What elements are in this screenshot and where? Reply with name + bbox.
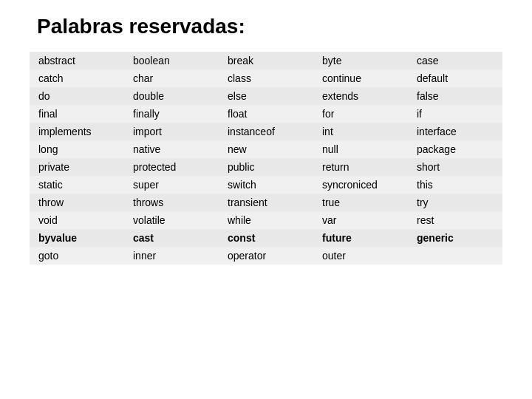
table-cell: if — [408, 105, 502, 123]
table-cell: interface — [408, 123, 502, 140]
table-cell: finally — [124, 105, 219, 123]
table-cell — [408, 247, 502, 265]
table-cell: goto — [30, 247, 124, 265]
table-cell: throw — [30, 194, 124, 211]
table-cell: final — [30, 105, 124, 123]
table-cell: for — [313, 105, 408, 123]
table-cell: abstract — [30, 52, 124, 69]
table-cell: return — [313, 158, 408, 176]
table-cell: public — [219, 158, 313, 176]
table-cell: inner — [124, 247, 219, 265]
table-cell: import — [124, 123, 219, 140]
table-cell: null — [313, 140, 408, 158]
table-cell: continue — [313, 69, 408, 87]
table-row: dodoubleelseextendsfalse — [30, 87, 502, 105]
table-cell: native — [124, 140, 219, 158]
table-row: finalfinallyfloatforif — [30, 105, 502, 123]
table-row: throwthrowstransienttruetry — [30, 194, 502, 211]
table-cell: new — [219, 140, 313, 158]
table-row: longnativenewnullpackage — [30, 140, 502, 158]
table-cell: byvalue — [30, 229, 124, 247]
page: Palabras reservadas: abstractbooleanbrea… — [0, 0, 532, 399]
table-row: abstractbooleanbreakbytecase — [30, 52, 502, 69]
table-cell: switch — [219, 176, 313, 194]
table-cell: default — [408, 69, 502, 87]
table-cell: throws — [124, 194, 219, 211]
table-cell: future — [313, 229, 408, 247]
table-row: voidvolatilewhilevarrest — [30, 211, 502, 229]
table-cell: static — [30, 176, 124, 194]
table-row: staticsuperswitchsyncronicedthis — [30, 176, 502, 194]
table-cell: implements — [30, 123, 124, 140]
table-cell: boolean — [124, 52, 219, 69]
table-row: byvaluecastconstfuturegeneric — [30, 229, 502, 247]
table-cell: else — [219, 87, 313, 105]
table-cell: byte — [313, 52, 408, 69]
table-cell: volatile — [124, 211, 219, 229]
table-cell: var — [313, 211, 408, 229]
table-row: privateprotectedpublicreturnshort — [30, 158, 502, 176]
table-cell: transient — [219, 194, 313, 211]
table-cell: private — [30, 158, 124, 176]
table-cell: package — [408, 140, 502, 158]
table-cell: void — [30, 211, 124, 229]
table-cell: instanceof — [219, 123, 313, 140]
table-cell: double — [124, 87, 219, 105]
table-cell: long — [30, 140, 124, 158]
table-cell: class — [219, 69, 313, 87]
table-cell: cast — [124, 229, 219, 247]
table-cell: rest — [408, 211, 502, 229]
table-row: catchcharclasscontinuedefault — [30, 69, 502, 87]
table-cell: protected — [124, 158, 219, 176]
table-cell: do — [30, 87, 124, 105]
table-cell: operator — [219, 247, 313, 265]
table-cell: generic — [408, 229, 502, 247]
table-cell: char — [124, 69, 219, 87]
table-row: implementsimportinstanceofintinterface — [30, 123, 502, 140]
table-cell: const — [219, 229, 313, 247]
page-title: Palabras reservadas: — [37, 15, 502, 38]
table-cell: false — [408, 87, 502, 105]
table-cell: short — [408, 158, 502, 176]
table-cell: true — [313, 194, 408, 211]
table-cell: catch — [30, 69, 124, 87]
table-cell: try — [408, 194, 502, 211]
table-cell: extends — [313, 87, 408, 105]
table-cell: float — [219, 105, 313, 123]
table-cell: outer — [313, 247, 408, 265]
table-cell: case — [408, 52, 502, 69]
table-cell: super — [124, 176, 219, 194]
keywords-table: abstractbooleanbreakbytecasecatchcharcla… — [30, 52, 502, 265]
table-cell: break — [219, 52, 313, 69]
table-cell: while — [219, 211, 313, 229]
table-row: gotoinneroperatorouter — [30, 247, 502, 265]
table-cell: syncroniced — [313, 176, 408, 194]
table-cell: int — [313, 123, 408, 140]
table-cell: this — [408, 176, 502, 194]
